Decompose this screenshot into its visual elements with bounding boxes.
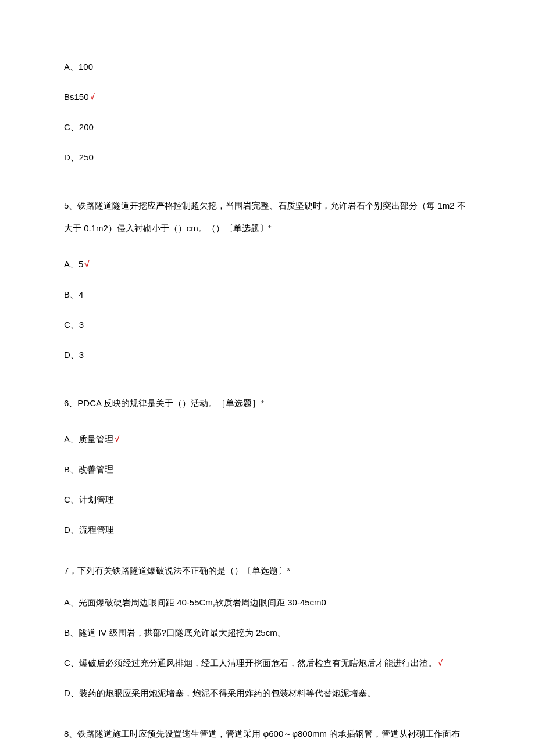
q5-stem: 5、铁路隧道隧道开挖应严格控制超欠挖，当围岩完整、石质坚硬时，允许岩石个别突出部… xyxy=(64,194,471,239)
q5-options: A、5√ B、4 C、3 D、3 xyxy=(64,256,471,364)
q7-option-c: C、爆破后必须经过充分通风排烟，经工人清理开挖面危石，然后检查有无瞎炮后才能进行… xyxy=(64,654,471,672)
q6-option-a-text: A、质量管理 xyxy=(64,434,113,444)
q7-option-b: B、隧道 IV 级围岩，拱部?口隧底允许最大超挖为 25cm。 xyxy=(64,624,471,642)
q5-option-c: C、3 xyxy=(64,316,471,334)
q7-stem: 7，下列有关铁路隧道爆破说法不正确的是（）〔单选题〕* xyxy=(64,561,471,580)
correct-mark-icon: √ xyxy=(115,434,119,444)
q6-option-b: B、改善管理 xyxy=(64,461,471,478)
q8-stem: 8、铁路隧道施工时应预先设置逃生管道，管道采用 φ600～φ800mm 的承插钢… xyxy=(64,724,471,743)
q7-option-c-text: C、爆破后必须经过充分通风排烟，经工人清理开挖面危石，然后检查有无瞎炮后才能进行… xyxy=(64,658,437,668)
q7-option-d: D、装药的炮眼应采用炮泥堵塞，炮泥不得采用炸药的包装材料等代替炮泥堵塞。 xyxy=(64,685,471,702)
q4-option-c: C、200 xyxy=(64,119,471,136)
q5-option-d: D、3 xyxy=(64,346,471,364)
q7-options: A、光面爆破硬岩周边眼间距 40-55Cm,软质岩周边眼间距 30-45cm0 … xyxy=(64,594,471,702)
q4-option-b: Bs150√ xyxy=(64,88,471,106)
q5-option-a: A、5√ xyxy=(64,256,471,273)
q6-options: A、质量管理√ B、改善管理 C、计划管理 D、流程管理 xyxy=(64,431,471,539)
q7-option-a: A、光面爆破硬岩周边眼间距 40-55Cm,软质岩周边眼间距 30-45cm0 xyxy=(64,594,471,611)
q6-option-d: D、流程管理 xyxy=(64,521,471,539)
q6-option-c: C、计划管理 xyxy=(64,491,471,508)
q5-option-b: B、4 xyxy=(64,286,471,303)
correct-mark-icon: √ xyxy=(84,259,89,269)
q6-option-a: A、质量管理√ xyxy=(64,431,471,448)
q4-option-b-text: Bs150 xyxy=(64,92,89,102)
q4-option-d: D、250 xyxy=(64,149,471,166)
correct-mark-icon: √ xyxy=(438,658,443,668)
correct-mark-icon: √ xyxy=(90,92,95,102)
q4-option-a: A、100 xyxy=(64,58,471,76)
q5-option-a-text: A、5 xyxy=(64,259,83,269)
q6-stem: 6、PDCA 反映的规律是关于（）活动。［单选题］* xyxy=(64,392,471,414)
q4-options: A、100 Bs150√ C、200 D、250 xyxy=(64,58,471,166)
